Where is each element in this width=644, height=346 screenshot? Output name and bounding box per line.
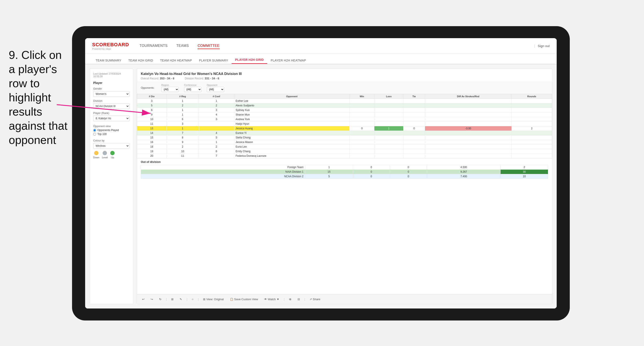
nav-tournaments[interactable]: TOURNAMENTS [140, 43, 168, 49]
nav-teams[interactable]: TEAMS [176, 43, 189, 49]
cell-opponent: Esther Lee [234, 99, 350, 103]
table-row[interactable]: 11 3 Haejo Hyun [137, 122, 552, 126]
cell-win [350, 135, 374, 140]
cell-tie [403, 99, 425, 103]
sub-nav-player-h2h-grid[interactable]: PLAYER H2H GRID [232, 56, 267, 64]
cell-win [350, 99, 374, 103]
cell-rounds [512, 117, 552, 122]
opponent-select[interactable]: (All) [207, 87, 224, 92]
ood-loss: 0 [353, 165, 390, 170]
cell-conf: 4 [199, 131, 234, 135]
table-wrapper: # Div # Reg # Conf Opponent Win Loss Tie… [137, 94, 552, 294]
sub-nav-team-h2h-grid[interactable]: TEAM H2H GRID [125, 57, 157, 64]
cell-rounds [512, 140, 552, 145]
conference-select[interactable]: (All) [184, 87, 202, 92]
table-row[interactable]: 10 6 3 Andrea York [137, 117, 552, 122]
table-row[interactable]: 18 2 2 Euna Lee [137, 145, 552, 149]
cell-reg: 11 [166, 154, 199, 158]
nav-committee[interactable]: COMMITTEE [198, 43, 220, 49]
cell-reg: 1 [166, 126, 199, 131]
cell-tie [403, 122, 425, 126]
gender-select[interactable]: Women's [93, 91, 130, 97]
sidebar: Last Updated: 27/03/2024 16:55:28 Player… [90, 69, 133, 304]
share-button[interactable]: ↗ Share [308, 297, 322, 302]
cell-div: 15 [137, 135, 166, 140]
grid-button[interactable]: ⊞ [170, 297, 175, 302]
save-custom-view-button[interactable]: 📋 Save Custom View [228, 297, 260, 302]
table-row[interactable]: 19 10 6 Emily Chang [137, 149, 552, 154]
opponent-view: Opponent view Opponents Played Top 100 [93, 125, 130, 136]
cell-diff: -3.00 [425, 126, 512, 131]
data-table: # Div # Reg # Conf Opponent Win Loss Tie… [137, 94, 552, 158]
ood-row[interactable]: NCAA Division 2 5 0 0 7.400 10 [141, 174, 548, 179]
zoom-in-button[interactable]: ⊕ [287, 297, 293, 302]
table-row[interactable]: 9 1 4 Sharon Mun [137, 113, 552, 117]
cell-rounds [512, 135, 552, 140]
table-row[interactable]: 16 9 1 Jessica Mason [137, 140, 552, 145]
cell-reg: 7 [166, 131, 199, 135]
undo-button[interactable]: ↩ [140, 297, 146, 302]
cell-loss [374, 113, 404, 117]
division-label: Division [93, 99, 130, 102]
colour-by-select[interactable]: Win/loss [93, 143, 130, 149]
sub-nav-team-summary[interactable]: TEAM SUMMARY [92, 57, 125, 64]
watch-button[interactable]: 👁 Watch ▼ [262, 297, 281, 302]
table-row[interactable]: 3 1 1 Esther Lee [137, 99, 552, 103]
circle-button[interactable]: ○ [190, 297, 195, 302]
cell-reg: 1 [166, 99, 199, 103]
player-rank-select[interactable]: 8. Katelyn Vo [93, 116, 130, 121]
conference-filter: Conference (All) [184, 84, 202, 92]
th-rounds: Rounds [512, 94, 552, 99]
cell-opponent: Eunice Yi [234, 131, 350, 135]
table-body: 3 1 1 Esther Lee 5 [137, 99, 552, 158]
redo-button[interactable]: ↪ [149, 297, 155, 302]
refresh-button[interactable]: ↻ [158, 297, 163, 302]
sub-nav-team-h2h-heatmap[interactable]: TEAM H2H HEATMAP [156, 57, 196, 64]
division-select[interactable]: NCAA Division III [93, 103, 130, 109]
opponent-filter: Opponent (All) [207, 84, 224, 92]
cell-div: 6 [137, 108, 166, 113]
radio-opponents-played[interactable]: Opponents Played [93, 129, 130, 132]
cell-loss [374, 135, 404, 140]
toolbar-sep3: | [198, 297, 199, 301]
ood-label: NCAA Division 2 [141, 174, 306, 179]
table-row[interactable]: 6 1 3 Sydney Kuo [137, 108, 552, 113]
radio-top100[interactable]: Top 100 [93, 133, 130, 136]
cell-tie [403, 145, 425, 149]
table-row[interactable]: 5 2 2 Alexis Sudjianto [137, 103, 552, 108]
cell-conf: 4 [199, 113, 234, 117]
table-row-jessica-huang[interactable]: 13 1 Jessica Huang 0 1 0 -3.00 2 [137, 126, 552, 131]
cell-conf: 3 [199, 108, 234, 113]
table-row[interactable]: 15 8 5 Stella Chong [137, 135, 552, 140]
cell-conf: 1 [199, 140, 234, 145]
edit-button[interactable]: ✎ [178, 297, 184, 302]
th-loss: Loss [374, 94, 404, 99]
ood-row[interactable]: NAIA Division 1 15 0 0 9.267 30 [141, 170, 548, 174]
zoom-out-button[interactable]: ⊟ [296, 297, 302, 302]
table-row[interactable]: 14 7 4 Eunice Yi [137, 131, 552, 135]
region-select[interactable]: (All) [161, 87, 179, 92]
table-header: # Div # Reg # Conf Opponent Win Loss Tie… [137, 94, 552, 99]
view-original-button[interactable]: ⊞ View: Original [201, 297, 226, 302]
cell-div: 10 [137, 117, 166, 122]
cell-tie [403, 149, 425, 154]
ood-row[interactable]: Foreign Team 1 0 0 4.500 2 [141, 165, 548, 170]
ood-label: NAIA Division 1 [141, 170, 306, 174]
cell-win [350, 145, 374, 149]
ood-win: 15 [305, 170, 353, 174]
legend-up-dot [110, 151, 114, 155]
cell-win [350, 122, 374, 126]
cell-rounds [512, 145, 552, 149]
cell-reg: 2 [166, 103, 199, 108]
table-row[interactable]: 20 11 7 Federica Domecq Lacroze [137, 154, 552, 158]
sign-out-button[interactable]: Sign out [538, 44, 550, 48]
legend-row: Down Level Up [93, 151, 130, 159]
panel-records: Overall Record: 353 - 34 - 6 Division Re… [141, 77, 548, 80]
cell-tie [403, 113, 425, 117]
cell-opponent: Jessica Mason [234, 140, 350, 145]
cell-win [350, 154, 374, 158]
cell-rounds [512, 99, 552, 103]
sub-nav-player-summary[interactable]: PLAYER SUMMARY [196, 57, 232, 64]
sub-nav-player-h2h-heatmap[interactable]: PLAYER H2H HEATMAP [267, 57, 310, 64]
toolbar: ↩ ↪ ↻ | ⊞ ✎ | ○ | ⊞ View: Original 📋 Sav… [137, 294, 552, 304]
